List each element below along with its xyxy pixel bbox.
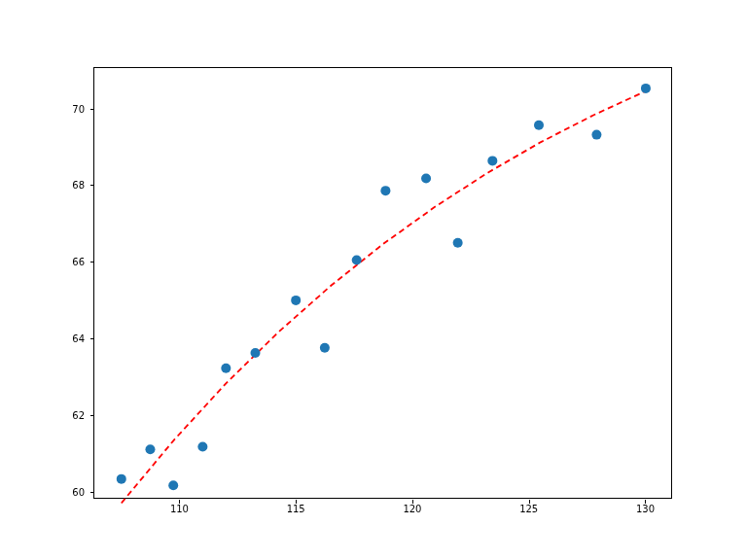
x-tick-label: 120 bbox=[403, 504, 421, 514]
data-point bbox=[251, 348, 261, 358]
chart-figure: 110115120125130 606264666870 bbox=[0, 0, 747, 560]
y-tick-label: 62 bbox=[72, 409, 85, 420]
chart-plot-area bbox=[94, 68, 673, 500]
data-point bbox=[534, 121, 544, 130]
data-point bbox=[197, 442, 207, 452]
fitted-curve bbox=[122, 91, 646, 504]
y-tick-label: 60 bbox=[72, 486, 85, 497]
data-point bbox=[487, 157, 497, 166]
y-tick-label: 68 bbox=[72, 180, 85, 191]
data-point bbox=[291, 296, 301, 305]
y-tick-label: 70 bbox=[72, 103, 85, 114]
y-tick bbox=[90, 185, 94, 186]
y-tick-label: 66 bbox=[72, 257, 85, 267]
data-point bbox=[453, 238, 463, 248]
x-tick-label: 110 bbox=[170, 504, 189, 514]
data-point bbox=[352, 256, 362, 265]
data-point bbox=[591, 130, 601, 140]
x-tick-label: 115 bbox=[287, 504, 305, 514]
data-point bbox=[380, 186, 390, 195]
data-point bbox=[320, 343, 330, 353]
y-tick bbox=[90, 338, 94, 339]
x-tick bbox=[645, 500, 646, 504]
y-tick-label: 64 bbox=[72, 333, 85, 344]
y-tick bbox=[90, 415, 94, 416]
data-point bbox=[145, 444, 155, 454]
data-point bbox=[168, 480, 178, 490]
y-tick bbox=[90, 109, 94, 110]
x-tick-label: 130 bbox=[636, 504, 655, 514]
x-tick-label: 125 bbox=[519, 504, 538, 514]
data-point bbox=[221, 364, 231, 373]
data-point bbox=[641, 84, 651, 93]
y-tick bbox=[90, 492, 94, 493]
y-tick bbox=[90, 262, 94, 262]
x-tick bbox=[296, 500, 297, 504]
x-tick bbox=[412, 500, 413, 504]
x-tick bbox=[179, 500, 180, 504]
chart-axes: 110115120125130 606264666870 bbox=[93, 67, 672, 499]
fitted-curve-path bbox=[122, 91, 646, 504]
data-point bbox=[117, 474, 126, 484]
data-point bbox=[421, 174, 431, 184]
x-tick bbox=[529, 500, 530, 504]
scatter-points bbox=[117, 84, 651, 490]
